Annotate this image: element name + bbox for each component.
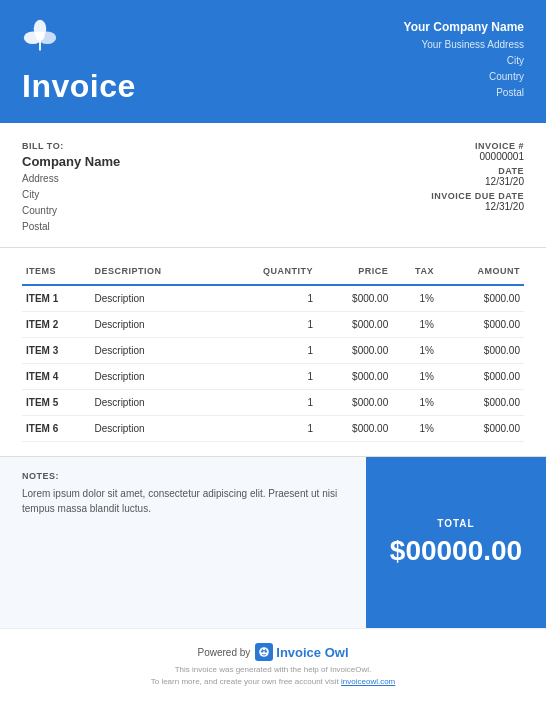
item-name: ITEM 2 bbox=[22, 312, 91, 338]
col-price: PRICE bbox=[317, 262, 392, 285]
item-amount: $000.00 bbox=[438, 285, 524, 312]
item-description: Description bbox=[91, 312, 219, 338]
item-name: ITEM 3 bbox=[22, 338, 91, 364]
header-left: Invoice bbox=[22, 18, 136, 105]
total-label: TOTAL bbox=[437, 518, 474, 529]
company-logo-icon bbox=[22, 18, 136, 56]
table-row: ITEM 6 Description 1 $000.00 1% $000.00 bbox=[22, 416, 524, 442]
item-amount: $000.00 bbox=[438, 416, 524, 442]
item-quantity: 1 bbox=[218, 416, 317, 442]
item-name: ITEM 5 bbox=[22, 390, 91, 416]
header-right: Your Company Name Your Business Address … bbox=[404, 18, 524, 101]
item-description: Description bbox=[91, 416, 219, 442]
item-tax: 1% bbox=[392, 338, 438, 364]
invoice-info-block: INVOICE # 00000001 DATE 12/31/20 INVOICE… bbox=[431, 141, 524, 235]
invoice-date: 12/31/20 bbox=[431, 176, 524, 187]
table-header-row: ITEMS DESCRIPTION QUANTITY PRICE TAX AMO… bbox=[22, 262, 524, 285]
billing-section: BILL TO: Company Name Address City Count… bbox=[0, 123, 546, 248]
invoice-due-date: 12/31/20 bbox=[431, 201, 524, 212]
item-price: $000.00 bbox=[317, 312, 392, 338]
table-row: ITEM 2 Description 1 $000.00 1% $000.00 bbox=[22, 312, 524, 338]
item-quantity: 1 bbox=[218, 338, 317, 364]
col-amount: AMOUNT bbox=[438, 262, 524, 285]
footer-section: NOTES: Lorem ipsum dolor sit amet, conse… bbox=[0, 457, 546, 628]
company-postal: Postal bbox=[404, 85, 524, 101]
table-row: ITEM 5 Description 1 $000.00 1% $000.00 bbox=[22, 390, 524, 416]
bill-postal: Postal bbox=[22, 219, 120, 235]
item-price: $000.00 bbox=[317, 390, 392, 416]
bill-address: Address bbox=[22, 171, 120, 187]
notes-block: NOTES: Lorem ipsum dolor sit amet, conse… bbox=[0, 457, 366, 628]
items-table: ITEMS DESCRIPTION QUANTITY PRICE TAX AMO… bbox=[22, 262, 524, 442]
item-tax: 1% bbox=[392, 312, 438, 338]
invoiceowl-logo: Invoice Owl bbox=[255, 643, 348, 661]
item-tax: 1% bbox=[392, 285, 438, 312]
invoice-num: 00000001 bbox=[431, 151, 524, 162]
item-name: ITEM 4 bbox=[22, 364, 91, 390]
item-tax: 1% bbox=[392, 364, 438, 390]
item-name: ITEM 6 bbox=[22, 416, 91, 442]
brand-name: Invoice Owl bbox=[276, 645, 348, 660]
powered-by-text: Powered by bbox=[197, 647, 250, 658]
item-amount: $000.00 bbox=[438, 390, 524, 416]
item-description: Description bbox=[91, 285, 219, 312]
col-quantity: QUANTITY bbox=[218, 262, 317, 285]
notes-label: NOTES: bbox=[22, 471, 344, 481]
item-tax: 1% bbox=[392, 390, 438, 416]
item-quantity: 1 bbox=[218, 312, 317, 338]
col-items: ITEMS bbox=[22, 262, 91, 285]
powered-section: Powered by Invoice Owl This invoice was … bbox=[0, 628, 546, 702]
company-country: Country bbox=[404, 69, 524, 85]
item-description: Description bbox=[91, 338, 219, 364]
company-name: Your Company Name bbox=[404, 18, 524, 37]
item-amount: $000.00 bbox=[438, 338, 524, 364]
bill-to-block: BILL TO: Company Name Address City Count… bbox=[22, 141, 120, 235]
item-description: Description bbox=[91, 364, 219, 390]
item-description: Description bbox=[91, 390, 219, 416]
item-quantity: 1 bbox=[218, 364, 317, 390]
company-city: City bbox=[404, 53, 524, 69]
item-price: $000.00 bbox=[317, 338, 392, 364]
notes-text: Lorem ipsum dolor sit amet, consectetur … bbox=[22, 486, 344, 516]
invoice-header: Invoice Your Company Name Your Business … bbox=[0, 0, 546, 123]
col-description: DESCRIPTION bbox=[91, 262, 219, 285]
table-row: ITEM 4 Description 1 $000.00 1% $000.00 bbox=[22, 364, 524, 390]
item-price: $000.00 bbox=[317, 364, 392, 390]
total-value: $00000.00 bbox=[390, 535, 522, 567]
invoice-page: Invoice Your Company Name Your Business … bbox=[0, 0, 546, 702]
invoice-num-label: INVOICE # bbox=[431, 141, 524, 151]
col-tax: TAX bbox=[392, 262, 438, 285]
item-price: $000.00 bbox=[317, 416, 392, 442]
item-amount: $000.00 bbox=[438, 312, 524, 338]
powered-row: Powered by Invoice Owl bbox=[22, 643, 524, 661]
items-section: ITEMS DESCRIPTION QUANTITY PRICE TAX AMO… bbox=[0, 248, 546, 457]
bill-company-name: Company Name bbox=[22, 154, 120, 169]
bill-to-label: BILL TO: bbox=[22, 141, 120, 151]
item-name: ITEM 1 bbox=[22, 285, 91, 312]
owl-icon bbox=[255, 643, 273, 661]
bill-city: City bbox=[22, 187, 120, 203]
company-address: Your Business Address bbox=[404, 37, 524, 53]
item-price: $000.00 bbox=[317, 285, 392, 312]
bill-country: Country bbox=[22, 203, 120, 219]
item-amount: $000.00 bbox=[438, 364, 524, 390]
item-tax: 1% bbox=[392, 416, 438, 442]
invoice-date-label: DATE bbox=[431, 166, 524, 176]
item-quantity: 1 bbox=[218, 390, 317, 416]
table-row: ITEM 1 Description 1 $000.00 1% $000.00 bbox=[22, 285, 524, 312]
invoiceowl-link[interactable]: invoiceowl.com bbox=[341, 677, 395, 686]
table-row: ITEM 3 Description 1 $000.00 1% $000.00 bbox=[22, 338, 524, 364]
item-quantity: 1 bbox=[218, 285, 317, 312]
invoice-title: Invoice bbox=[22, 68, 136, 105]
total-block: TOTAL $00000.00 bbox=[366, 457, 546, 628]
invoice-due-date-label: INVOICE DUE DATE bbox=[431, 191, 524, 201]
powered-sub-text: This invoice was generated with the help… bbox=[22, 664, 524, 688]
